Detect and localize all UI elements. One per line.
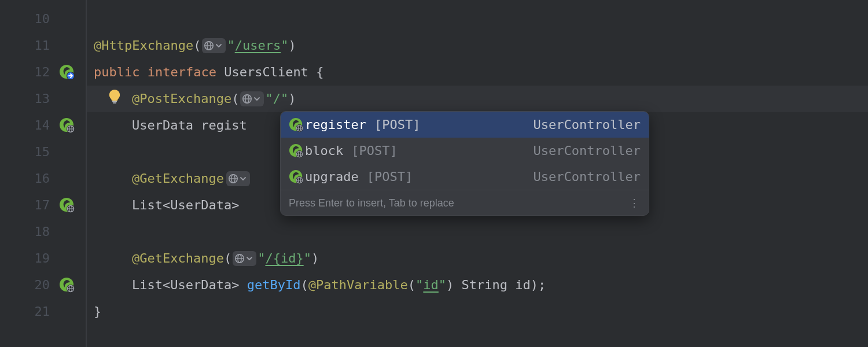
url-globe-badge[interactable]: [202, 38, 226, 53]
code-line[interactable]: public interface UsersClient {: [87, 59, 868, 86]
line-number: 13: [28, 93, 50, 105]
completion-location: UserController: [534, 145, 641, 157]
intention-bulb-icon[interactable]: [106, 88, 123, 105]
url-globe-badge[interactable]: [240, 91, 264, 106]
line-number: 11: [28, 39, 50, 52]
code-line-current[interactable]: @PostExchange("/"): [87, 86, 868, 112]
annotation: @GetExchange: [132, 252, 224, 265]
url-globe-badge[interactable]: [226, 171, 250, 186]
line-number: 20: [28, 279, 50, 291]
code-line[interactable]: [87, 6, 868, 32]
completion-method: [POST]: [374, 119, 420, 131]
line-number: 19: [28, 252, 50, 265]
completion-popup[interactable]: register [POST] UserController block [PO…: [280, 111, 649, 216]
completion-item[interactable]: register [POST] UserController: [281, 112, 649, 138]
completion-method: [POST]: [367, 171, 413, 183]
line-number: 16: [28, 172, 50, 185]
spring-web-icon: [289, 143, 305, 158]
gutter: 10 11 12 13 14 15 16 17 18 19 20 21: [0, 0, 87, 347]
annotation: @PostExchange: [132, 93, 231, 105]
url-globe-badge[interactable]: [233, 251, 256, 266]
completion-item[interactable]: upgrade [POST] UserController: [281, 164, 649, 190]
completion-method: [POST]: [351, 145, 397, 157]
code-line[interactable]: }: [87, 298, 868, 325]
completion-hint: Press Enter to insert, Tab to replace: [289, 198, 454, 208]
spring-navigate-icon[interactable]: [56, 61, 79, 84]
completion-location: UserController: [534, 171, 641, 183]
completion-item[interactable]: block [POST] UserController: [281, 138, 649, 164]
more-options-icon[interactable]: ⋮: [629, 198, 641, 208]
spring-web-icon[interactable]: [56, 194, 79, 217]
spring-web-icon: [289, 117, 305, 132]
completion-location: UserController: [534, 119, 641, 131]
annotation: @GetExchange: [132, 172, 224, 185]
line-number: 10: [28, 13, 50, 25]
completion-name: upgrade: [305, 171, 359, 183]
code-line[interactable]: @HttpExchange("/users"): [87, 32, 868, 59]
line-number: 21: [28, 305, 50, 318]
code-line[interactable]: [87, 219, 868, 245]
completion-name: block: [305, 145, 343, 157]
line-number: 15: [28, 146, 50, 158]
spring-web-icon: [289, 169, 305, 184]
line-number: 17: [28, 199, 50, 212]
line-number: 18: [28, 226, 50, 238]
spring-web-icon[interactable]: [56, 114, 79, 137]
annotation: @HttpExchange: [94, 39, 193, 52]
line-number: 12: [28, 66, 50, 79]
spring-web-icon[interactable]: [56, 274, 79, 297]
completion-footer: Press Enter to insert, Tab to replace ⋮: [281, 190, 649, 215]
line-number: 14: [28, 119, 50, 132]
completion-name: register: [305, 119, 366, 131]
code-line[interactable]: @GetExchange("/{id}"): [87, 245, 868, 272]
code-line[interactable]: List<UserData> getById(@PathVariable("id…: [87, 272, 868, 298]
